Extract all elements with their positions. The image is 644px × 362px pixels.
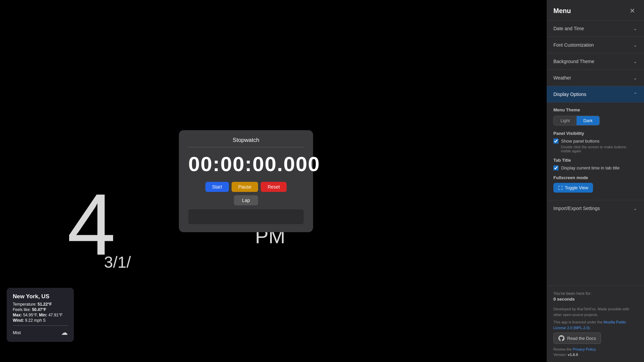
show-panel-buttons-row: Show panel buttons: [553, 139, 637, 144]
privacy-link[interactable]: Privacy Policy: [573, 347, 595, 351]
clock-date: 3/1/: [104, 253, 131, 271]
font-customization-label: Font Customization: [553, 42, 594, 48]
stopwatch-divider: [188, 147, 304, 147]
font-customization-chevron: ⌄: [633, 42, 637, 48]
stopwatch-timer: 00:00:00.000: [188, 152, 304, 176]
footer-privacy: Review the Privacy Policy.: [553, 347, 637, 351]
import-export-header[interactable]: Import/Export Settings ⌄: [547, 200, 644, 216]
weather-max-value: 54.95°F: [23, 313, 37, 317]
menu-theme-label: Menu Theme: [553, 107, 637, 112]
stopwatch-buttons: Start Pause Reset: [188, 182, 304, 192]
start-button[interactable]: Start: [205, 182, 229, 192]
weather-divider: [13, 325, 68, 326]
section-font-customization: Font Customization ⌄: [547, 37, 644, 53]
license-prefix: This app is licenced under the: [553, 320, 602, 324]
stopwatch-modal: Stopwatch 00:00:00.000 Start Pause Reset…: [179, 130, 313, 232]
weather-temperature-value: 51.22°F: [38, 302, 52, 307]
tab-title-checkbox-label: Display current time in tab title: [561, 165, 620, 170]
date-time-label: Date and Time: [553, 26, 584, 31]
theme-toggle: Light Dark: [553, 116, 600, 125]
lap-button[interactable]: Lap: [234, 195, 258, 205]
pause-button[interactable]: Pause: [232, 182, 258, 192]
import-export-chevron: ⌄: [633, 206, 637, 211]
version-value: v1.6.0: [568, 353, 578, 357]
cloud-icon: ☁: [61, 328, 68, 337]
weather-feels-like: Feels like: 50.47°F: [13, 307, 68, 312]
read-docs-button[interactable]: Read the Docs: [553, 332, 601, 344]
footer-time-label: You've been here for:: [553, 291, 637, 296]
main-area: 4 PM 3/1/ New York, US Temperature: 51.2…: [0, 0, 547, 362]
weather-condition: Mist: [13, 330, 21, 335]
menu-panel: Menu ✕ Date and Time ⌄ Font Customizatio…: [547, 0, 644, 362]
toggle-view-button[interactable]: Toggle View: [553, 183, 593, 193]
weather-max-min: Max: 54.95°F, Min: 47.91°F: [13, 313, 68, 317]
github-icon: [558, 335, 564, 341]
panel-hint-text: Double click the screen to make buttons …: [561, 145, 637, 153]
weather-header[interactable]: Weather ⌄: [547, 70, 644, 86]
read-docs-label: Read the Docs: [567, 336, 596, 341]
weather-widget: New York, US Temperature: 51.22°F Feels …: [7, 288, 74, 342]
menu-header: Menu ✕: [547, 0, 644, 20]
date-time-header[interactable]: Date and Time ⌄: [547, 20, 644, 37]
tab-title-label: Tab Title: [553, 158, 637, 163]
weather-wind-label: Wind:: [13, 318, 24, 323]
font-customization-header[interactable]: Font Customization ⌄: [547, 37, 644, 53]
weather-chevron: ⌄: [633, 75, 637, 81]
background-theme-chevron: ⌄: [633, 59, 637, 64]
weather-label: Weather: [553, 75, 571, 81]
toggle-view-label: Toggle View: [565, 185, 588, 190]
display-options-chevron: ⌄: [633, 92, 637, 97]
display-options-label: Display Options: [553, 92, 586, 97]
theme-light-button[interactable]: Light: [554, 116, 577, 125]
section-date-time: Date and Time ⌄: [547, 20, 644, 37]
weather-wind: Wind: 9.22 mph S: [13, 318, 68, 323]
privacy-prefix: Review the: [553, 347, 572, 351]
weather-min-value: 47.91°F: [48, 313, 62, 317]
tab-title-checkbox[interactable]: [553, 165, 558, 170]
footer-dev-text: Developed by iKarTehFox. Made possible w…: [553, 306, 637, 317]
show-panel-buttons-label: Show panel buttons: [561, 139, 599, 144]
theme-dark-button[interactable]: Dark: [577, 116, 599, 125]
section-weather: Weather ⌄: [547, 69, 644, 86]
footer-time-value: 0 seconds: [553, 297, 637, 302]
display-options-content: Menu Theme Light Dark Panel Visibility S…: [547, 102, 644, 200]
display-options-header[interactable]: Display Options ⌄: [547, 86, 644, 102]
stopwatch-log: [188, 209, 304, 224]
fullscreen-icon: [558, 186, 563, 190]
background-theme-header[interactable]: Background Theme ⌄: [547, 53, 644, 69]
stopwatch-title: Stopwatch: [188, 137, 304, 144]
weather-condition-row: Mist ☁: [13, 328, 68, 337]
weather-temperature-label: Temperature:: [13, 302, 37, 307]
weather-wind-value: 9.22 mph S: [25, 318, 46, 323]
weather-feels-like-label: Feels like:: [13, 307, 31, 312]
version-label: Version:: [553, 353, 567, 357]
tab-title-row: Display current time in tab title: [553, 165, 637, 170]
footer-license-text: This app is licenced under the Mozilla P…: [553, 319, 637, 330]
reset-button[interactable]: Reset: [261, 182, 287, 192]
panel-visibility-label: Panel Visibility: [553, 131, 637, 136]
weather-feels-like-value: 50.47°F: [32, 307, 46, 312]
section-display-options: Display Options ⌄ Menu Theme Light Dark …: [547, 86, 644, 200]
menu-title: Menu: [553, 7, 571, 15]
weather-city: New York, US: [13, 293, 68, 300]
weather-temperature: Temperature: 51.22°F: [13, 302, 68, 307]
fullscreen-label: Fullscreen mode: [553, 175, 637, 180]
import-export-label: Import/Export Settings: [553, 206, 600, 211]
background-theme-label: Background Theme: [553, 59, 594, 64]
weather-max-label: Max:: [13, 313, 22, 317]
weather-min-label: Min:: [39, 313, 47, 317]
menu-footer: You've been here for: 0 seconds Develope…: [547, 286, 644, 362]
date-time-chevron: ⌄: [633, 26, 637, 31]
section-background-theme: Background Theme ⌄: [547, 53, 644, 69]
footer-version: Version: v1.6.0: [553, 353, 637, 357]
show-panel-buttons-checkbox[interactable]: [553, 139, 558, 144]
menu-close-button[interactable]: ✕: [628, 6, 637, 15]
